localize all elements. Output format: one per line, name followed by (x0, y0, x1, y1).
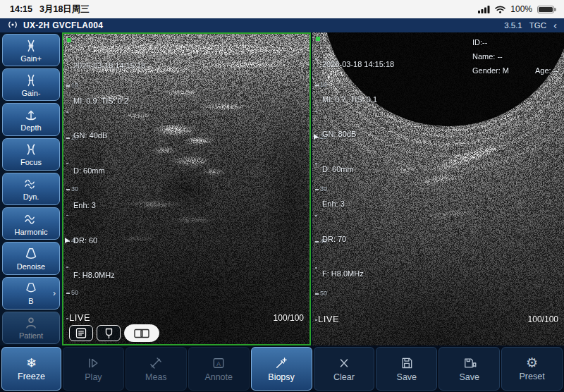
info-enh: Enh: 3 (73, 200, 145, 212)
status-left: 14:15 3月18日周三 (10, 4, 90, 16)
wireless-probe-icon (7, 20, 18, 31)
clear-x-icon (336, 356, 352, 370)
b-mode-icon (23, 281, 39, 296)
sidebar-button-harmonic[interactable]: Harmonic (2, 207, 60, 240)
gear-icon: ⚙ (526, 356, 538, 369)
annote-letter: A (216, 360, 221, 367)
clear-label: Clear (333, 372, 355, 382)
annote-button[interactable]: A Annote (188, 347, 250, 391)
bottom-toolbar: ❄ Freeze Play Meas A Annote Biopsy Clear… (0, 345, 564, 392)
info-depth: D: 60mm (73, 165, 145, 177)
sidebar-button-label: Focus (20, 158, 42, 166)
preset-button[interactable]: ⚙ Preset (501, 347, 563, 391)
sidebar-button-label: B (28, 297, 33, 305)
info-freq: F: H8.0MHz (73, 269, 145, 281)
info-freq: F: H8.0MHz (322, 268, 394, 280)
chevron-right-icon: › (53, 288, 56, 298)
focus-marker (314, 134, 318, 140)
sidebar-button-label: Dyn. (23, 192, 39, 201)
ruler-tick (315, 111, 317, 112)
dynamic-range-icon (23, 176, 39, 192)
info-dr: DR: 60 (73, 235, 145, 247)
info-dr: DR: 70 (322, 233, 394, 245)
sidebar-button-label: Denoise (17, 262, 45, 271)
sidebar-button-label: Harmonic (14, 228, 47, 236)
sidebar: Gain+ Gain- Depth Focus Dyn. Harmonic (0, 32, 62, 345)
sidebar-button-label: Patient (19, 331, 43, 340)
right-image-info: 2026-03-18 14:15:18 MI: 0.7 TIS: 0.1 GN:… (322, 35, 394, 303)
battery-percent: 100% (510, 4, 532, 14)
sidebar-button-patient[interactable]: Patient (2, 312, 60, 344)
ruler-tick (66, 215, 68, 216)
ruler-tick (66, 111, 68, 113)
sidebar-button-gain-plus[interactable]: Gain+ (2, 34, 60, 66)
sidebar-button-b-mode[interactable]: B › (2, 277, 60, 310)
ruler-tick (315, 59, 317, 60)
snowflake-icon: ❄ (26, 357, 37, 369)
device-name: UX-2H GVCFLA004 (23, 20, 103, 30)
battery-icon (537, 6, 554, 13)
info-mi-tis: MI: 0.9 TIS: 0.2 (73, 95, 145, 107)
sidebar-button-focus[interactable]: Focus (2, 138, 60, 171)
ruler-tick (315, 241, 319, 243)
ruler-tick (66, 60, 68, 61)
sidebar-button-dyn[interactable]: Dyn. (2, 173, 60, 205)
frame-counter: 100/100 (528, 314, 558, 324)
meas-label: Meas (145, 372, 167, 382)
probe-button[interactable] (97, 325, 121, 341)
info-enh: Enh: 3 (322, 198, 394, 210)
orientation-marker (316, 37, 320, 41)
save-image-label: Save (397, 372, 417, 382)
report-button[interactable] (69, 325, 93, 341)
status-bar: 14:15 3月18日周三 100% (0, 0, 564, 18)
main-content: Gain+ Gain- Depth Focus Dyn. Harmonic (0, 32, 564, 345)
patient-name: Name: -- (472, 52, 503, 61)
chevron-left-icon[interactable]: ‹ (553, 21, 557, 30)
save-image-button[interactable]: Save (376, 347, 437, 391)
depth-icon (23, 107, 39, 123)
ruler-tick (66, 189, 70, 190)
floppy-clip-icon (462, 356, 477, 370)
status-date: 3月18日周三 (39, 4, 90, 16)
ruler-tick (315, 163, 317, 164)
focus-icon (23, 142, 39, 157)
ruler-tick (66, 318, 68, 319)
focus-marker (65, 238, 69, 243)
ruler-tick (66, 137, 70, 139)
sidebar-button-label: Gain+ (20, 54, 42, 63)
gain-minus-icon (23, 73, 39, 88)
dual-view-button[interactable] (124, 324, 159, 342)
ruler-tick (315, 215, 317, 216)
ruler-tick (315, 267, 317, 269)
info-datetime: 2026-03-18 14:15:18 (322, 59, 394, 71)
floppy-save-icon (399, 356, 415, 370)
patient-icon (23, 315, 39, 331)
biopsy-needle-icon (274, 356, 289, 370)
biopsy-button[interactable]: Biopsy (251, 347, 312, 391)
sidebar-button-denoise[interactable]: Denoise (2, 242, 60, 274)
sidebar-button-depth[interactable]: Depth (2, 103, 60, 135)
play-button[interactable]: Play (63, 347, 124, 391)
ruler-tick (66, 267, 68, 268)
live-status-label: LIVE (69, 312, 90, 323)
patient-id: ID:-- (472, 38, 487, 47)
ruler-tick (315, 293, 319, 295)
preset-label: Preset (519, 372, 544, 381)
sidebar-button-gain-minus[interactable]: Gain- (2, 68, 60, 101)
header-left: UX-2H GVCFLA004 (7, 20, 103, 31)
patient-gender: Gender: M (472, 66, 509, 75)
save-clip-label: Save (459, 372, 479, 382)
left-ultrasound-pane[interactable]: 1020304050 2026-03-18 14:15:18 MI: 0.9 T… (62, 32, 311, 345)
wifi-icon (495, 6, 505, 13)
app-header: UX-2H GVCFLA004 3.5.1 TGC ‹ (0, 18, 564, 32)
clear-button[interactable]: Clear (314, 347, 375, 391)
save-clip-button[interactable]: Save (439, 347, 500, 391)
gain-plus-icon (23, 38, 39, 54)
freeze-button[interactable]: ❄ Freeze (1, 347, 61, 391)
meas-button[interactable]: Meas (125, 347, 187, 391)
caliper-icon (148, 356, 164, 370)
right-ultrasound-pane[interactable]: 1020304050 2026-03-18 14:15:18 MI: 0.7 T… (312, 32, 564, 345)
tgc-button[interactable]: TGC (529, 21, 546, 30)
info-datetime: 2026-03-18 14:15:18 (73, 60, 145, 72)
ruler-tick (315, 319, 317, 321)
